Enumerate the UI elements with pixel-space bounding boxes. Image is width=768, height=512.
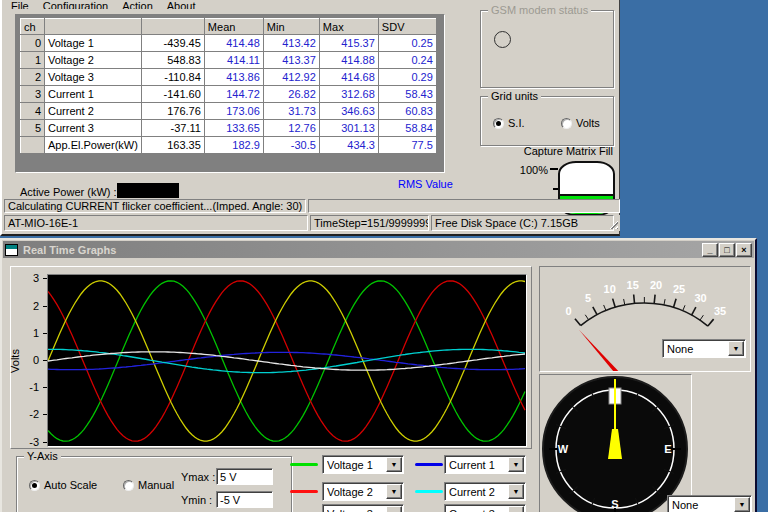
meter-scale-label: 30 <box>695 292 707 304</box>
status-device: AT-MIO-16E-1 <box>4 215 308 231</box>
row-header: 1 <box>21 52 45 69</box>
meter-minor-tick <box>683 305 685 311</box>
meter-major-tick <box>593 307 597 315</box>
legend-line-current2 <box>415 490 443 493</box>
min-cell: 413.42 <box>263 35 319 52</box>
title-bar[interactable]: Real Time Graphs _ □ × <box>3 241 754 258</box>
dropdown-arrow-icon[interactable]: ▼ <box>386 506 402 512</box>
radio-manual-icon[interactable] <box>123 480 134 491</box>
y-tick-label: 2 <box>17 300 39 312</box>
voltage2-select[interactable]: Voltage 2▼ <box>322 482 404 501</box>
y-tick-label: -3 <box>17 436 39 448</box>
dropdown-arrow-icon[interactable]: ▼ <box>508 484 524 499</box>
meter-channel-select[interactable]: None ▼ <box>662 339 746 358</box>
close-button[interactable]: × <box>736 243 752 257</box>
ymin-input[interactable] <box>216 491 273 508</box>
dropdown-arrow-icon[interactable]: ▼ <box>386 484 402 499</box>
radio-si[interactable]: S.I. <box>493 117 525 129</box>
table-row: 0Voltage 1-439.45414.48413.42415.370.25 <box>21 35 437 52</box>
min-cell: -30.5 <box>263 137 319 154</box>
instant-value-cell: 163.35 <box>141 137 204 154</box>
dropdown-arrow-icon[interactable]: ▼ <box>508 506 524 512</box>
sdv-cell: 0.25 <box>378 35 436 52</box>
meter-scale-label: 35 <box>714 305 726 317</box>
maximize-button[interactable]: □ <box>719 243 735 257</box>
column-header <box>45 19 142 35</box>
wave-voltage-2 <box>48 281 525 441</box>
plot-area <box>47 274 527 447</box>
legend-line-voltage2 <box>290 490 318 493</box>
waveforms <box>48 275 526 446</box>
radio-manual[interactable]: Manual <box>123 479 174 491</box>
radio-si-icon[interactable] <box>493 118 504 129</box>
main-window: FileConfigurationActionAbout chMeanMinMa… <box>0 0 620 236</box>
sdv-cell: 60.83 <box>378 103 436 120</box>
column-header: ch <box>21 19 45 35</box>
meter-major-tick <box>613 299 616 308</box>
compass: W E S <box>540 375 691 512</box>
channel-name-cell: Voltage 2 <box>45 52 142 69</box>
active-power-value-box <box>117 183 179 198</box>
meter-scale-label: 15 <box>627 279 639 291</box>
instant-value-cell: 548.83 <box>141 52 204 69</box>
column-header <box>141 19 204 35</box>
table-row: 1Voltage 2548.83414.11413.37414.880.24 <box>21 52 437 69</box>
channel-name-cell: Current 2 <box>45 103 142 120</box>
radio-volts-icon[interactable] <box>561 118 572 129</box>
radio-volts[interactable]: Volts <box>561 117 600 129</box>
dropdown-arrow-icon[interactable]: ▼ <box>734 497 750 512</box>
min-cell: 413.37 <box>263 52 319 69</box>
meter-major-tick <box>673 299 676 308</box>
dropdown-arrow-icon[interactable]: ▼ <box>386 457 402 472</box>
mean-cell: 413.86 <box>204 69 263 86</box>
radio-auto-scale[interactable]: Auto Scale <box>29 479 97 491</box>
real-time-graphs-window: Real Time Graphs _ □ × Volts 3210-1-2-3 … <box>0 238 757 512</box>
meter-scale-label: 25 <box>673 283 685 295</box>
max-cell: 415.37 <box>319 35 378 52</box>
legend-line-voltage1 <box>290 463 318 466</box>
channel-name-cell: Voltage 1 <box>45 35 142 52</box>
voltage1-select[interactable]: Voltage 1▼ <box>322 455 404 474</box>
status-bar-2: AT-MIO-16E-1 TimeStep=151/99999999 Free … <box>4 215 620 231</box>
dropdown-arrow-icon[interactable]: ▼ <box>508 457 524 472</box>
meter-arc <box>581 303 708 326</box>
capture-matrix-fill-label: Capture Matrix Fill <box>507 145 613 157</box>
channel-name-cell: App.El.Power(kW) <box>45 137 142 154</box>
y-tick-label: -1 <box>17 381 39 393</box>
radio-auto-scale-icon[interactable] <box>29 480 40 491</box>
table-row: 4Current 2176.76173.0631.73346.6360.83 <box>21 103 437 120</box>
voltage3-select[interactable]: Voltage 3▼ <box>322 504 404 512</box>
meter-scale-label: 0 <box>566 305 572 317</box>
column-header: Max <box>319 19 378 35</box>
meter-minor-tick <box>604 305 606 311</box>
meter-minor-tick <box>585 315 588 320</box>
column-header: Min <box>263 19 319 35</box>
current2-select[interactable]: Current 2▼ <box>444 482 526 501</box>
meter-major-tick <box>692 307 696 315</box>
row-header: 5 <box>21 120 45 137</box>
menu-about[interactable]: About <box>160 0 203 9</box>
grid-units-label: Grid units <box>488 90 541 102</box>
gsm-group-label: GSM modem status <box>488 4 591 16</box>
rms-value-label: RMS Value <box>398 178 453 190</box>
minimize-button[interactable]: _ <box>702 243 718 257</box>
y-tick-label: 0 <box>17 354 39 366</box>
wave-voltage-1 <box>48 281 525 441</box>
dropdown-arrow-icon[interactable]: ▼ <box>728 341 744 356</box>
ymax-input[interactable] <box>216 468 273 485</box>
sdv-cell: 0.24 <box>378 52 436 69</box>
menu-configuration[interactable]: Configuration <box>36 0 115 9</box>
compass-channel-select[interactable]: None ▼ <box>667 495 752 512</box>
current3-select[interactable]: Current 3▼ <box>444 504 526 512</box>
status-empty-panel <box>308 199 620 213</box>
menu-file[interactable]: File <box>4 0 36 9</box>
mean-cell: 414.48 <box>204 35 263 52</box>
row-header: 3 <box>21 86 45 103</box>
channel-table: chMeanMinMaxSDV0Voltage 1-439.45414.4841… <box>20 18 437 154</box>
meter-minor-tick <box>664 299 665 305</box>
table-row: App.El.Power(kW)163.35182.9-30.5434.377.… <box>21 137 437 154</box>
current1-select[interactable]: Current 1▼ <box>444 455 526 474</box>
measurement-grid[interactable]: chMeanMinMaxSDV0Voltage 1-439.45414.4841… <box>15 14 445 173</box>
status-calculating: Calculating CURRENT flicker coefficient.… <box>4 199 306 213</box>
menu-action[interactable]: Action <box>115 0 160 9</box>
